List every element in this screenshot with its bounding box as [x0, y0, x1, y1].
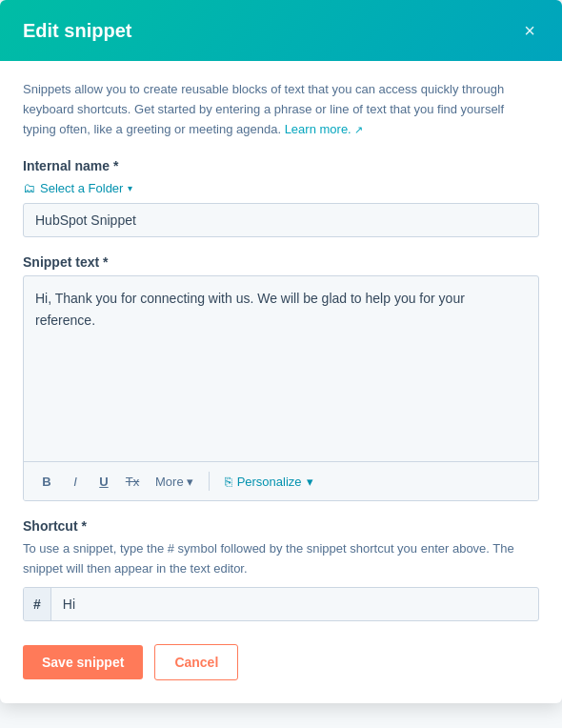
select-folder-label: Select a Folder — [40, 181, 123, 195]
cancel-button[interactable]: Cancel — [154, 644, 238, 680]
folder-icon: 🗂 — [23, 181, 35, 195]
personalize-chevron-icon: ▾ — [307, 475, 313, 489]
internal-name-label: Internal name * — [23, 158, 539, 173]
save-snippet-button[interactable]: Save snippet — [23, 645, 143, 679]
external-link-icon: ↗ — [354, 123, 363, 134]
strikethrough-button[interactable]: Tx — [119, 468, 146, 495]
shortcut-label: Shortcut * — [23, 518, 539, 534]
shortcut-section: Shortcut * To use a snippet, type the # … — [23, 518, 539, 621]
learn-more-link[interactable]: Learn more. ↗ — [285, 122, 364, 136]
more-button[interactable]: More ▾ — [148, 471, 201, 493]
bold-button[interactable]: B — [33, 468, 60, 495]
select-folder-button[interactable]: 🗂 Select a Folder ▾ — [23, 181, 132, 195]
toolbar-divider — [209, 472, 210, 491]
chevron-down-icon: ▾ — [128, 183, 132, 193]
italic-button[interactable]: I — [62, 468, 89, 495]
modal-title: Edit snippet — [23, 20, 131, 42]
personalize-icon: ⎘ — [225, 475, 232, 489]
edit-snippet-modal: Edit snippet × Snippets allow you to cre… — [0, 0, 562, 703]
shortcut-prefix: # — [24, 588, 51, 620]
formatting-toolbar: B I U Tx More ▾ ⎘ Personalize ▾ — [24, 461, 538, 500]
shortcut-input-wrapper: # — [23, 587, 539, 621]
snippet-text-section: Snippet text * Hi, Thank you for connect… — [23, 254, 539, 501]
internal-name-section: Internal name * 🗂 Select a Folder ▾ — [23, 158, 539, 237]
modal-body: Snippets allow you to create reusable bl… — [0, 61, 562, 703]
info-text: Snippets allow you to create reusable bl… — [23, 80, 539, 139]
shortcut-input[interactable] — [51, 588, 538, 620]
snippet-text-label: Snippet text * — [23, 254, 539, 270]
more-chevron-icon: ▾ — [187, 475, 193, 489]
snippet-textarea-wrapper: Hi, Thank you for connecting with us. We… — [23, 275, 539, 501]
snippet-textarea[interactable]: Hi, Thank you for connecting with us. We… — [24, 276, 538, 457]
personalize-button[interactable]: ⎘ Personalize ▾ — [217, 471, 321, 493]
underline-button[interactable]: U — [90, 468, 117, 495]
shortcut-help-text: To use a snippet, type the # symbol foll… — [23, 539, 539, 579]
internal-name-input[interactable] — [23, 203, 539, 237]
close-button[interactable]: × — [520, 17, 539, 44]
modal-header: Edit snippet × — [0, 0, 562, 61]
footer-buttons: Save snippet Cancel — [23, 644, 539, 680]
